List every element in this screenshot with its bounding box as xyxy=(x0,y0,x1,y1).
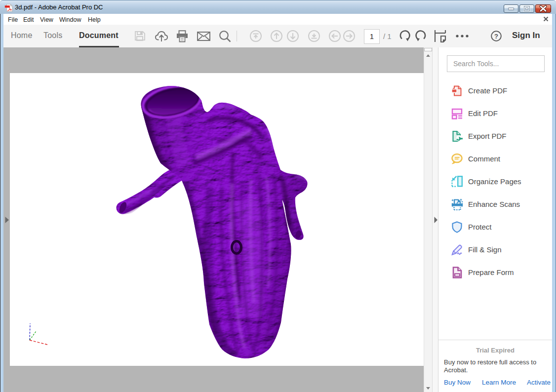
svg-text:?: ? xyxy=(494,33,498,40)
